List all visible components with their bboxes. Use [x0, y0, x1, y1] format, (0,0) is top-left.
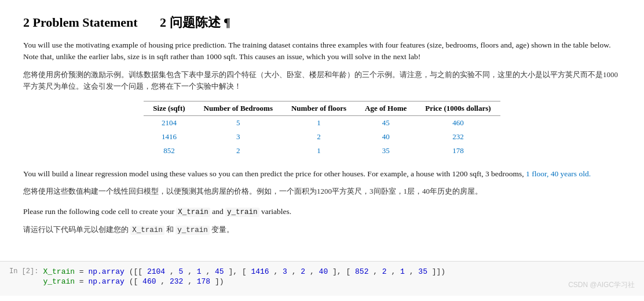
table-cell: 45	[356, 116, 416, 130]
para1-en: You will use the motivating example of h…	[23, 39, 621, 63]
para1-en-text: You will use the motivating example of h…	[23, 41, 611, 61]
x-train-zh-code: X_train	[130, 226, 164, 235]
para1-zh: 您将使用房价预测的激励示例。训练数据集包含下表中显示的四个特征（大小、卧室、楼层…	[23, 69, 621, 93]
table-cell: 852	[144, 144, 194, 159]
table-cell: 460	[416, 116, 500, 130]
para2-zh: 您将使用这些数值构建一个线性回归模型，以便预测其他房屋的价格。例如，一个面积为1…	[23, 186, 621, 198]
section-title-zh: 2 问题陈述 ¶	[160, 15, 230, 30]
table-cell: 40	[356, 130, 416, 144]
table-cell: 2104	[144, 116, 194, 130]
data-table: Size (sqft) Number of Bedrooms Number of…	[144, 101, 500, 159]
code-label: In [2]:	[9, 267, 38, 275]
section-title: 2 Problem Statement 2 问题陈述 ¶	[23, 14, 621, 31]
table-cell: 232	[416, 130, 500, 144]
section-title-en: 2	[23, 15, 30, 30]
code-body-2: y_train = np.array ([ 460 , 232 , 178 ])	[43, 277, 621, 286]
para3-en: Please run the following code cell to cr…	[23, 206, 621, 218]
y-train-zh-code: y_train	[175, 226, 210, 235]
table-cell: 1416	[144, 130, 194, 144]
table-header-row: Size (sqft) Number of Bedrooms Number of…	[144, 101, 500, 116]
col-size: Size (sqft)	[144, 101, 194, 116]
para3-en-text: Please run the following code cell to cr…	[23, 207, 291, 216]
table-cell: 178	[416, 144, 500, 159]
table-cell: 3	[195, 130, 282, 144]
table-cell: 1	[282, 144, 356, 159]
table-cell: 1	[282, 116, 356, 130]
x-train-inline-code: X_train	[176, 208, 210, 217]
table-cell: 5	[195, 116, 282, 130]
y-train-inline-code: y_train	[225, 208, 259, 217]
table-cell: 2	[282, 130, 356, 144]
para2-en-text: You will build a linear regression model…	[23, 169, 591, 178]
table-row: 14163240232	[144, 130, 500, 144]
table-row: 21045145460	[144, 116, 500, 130]
table-row: 8522135178	[144, 144, 500, 159]
col-price: Price (1000s dollars)	[416, 101, 500, 116]
table-cell: 35	[356, 144, 416, 159]
code-section: In [2]: X_train = np.array ([[ 2104 , 5 …	[0, 261, 644, 296]
watermark: CSDN @AIGC学习社	[568, 280, 635, 290]
col-floors: Number of floors	[282, 101, 356, 116]
para3-zh: 请运行以下代码单元以创建您的 X_train 和 y_train 变量。	[23, 224, 621, 236]
code-line-1: In [2]: X_train = np.array ([[ 2104 , 5 …	[9, 267, 621, 276]
col-age: Age of Home	[356, 101, 416, 116]
table-cell: 2	[195, 144, 282, 159]
section-title-label: Problem Statement	[33, 15, 160, 30]
code-line-2: In [2]: y_train = np.array ([ 460 , 232 …	[9, 277, 621, 286]
para2-en: You will build a linear regression model…	[23, 168, 621, 180]
code-body-1: X_train = np.array ([[ 2104 , 5 , 1 , 45…	[43, 267, 621, 276]
main-content: 2 Problem Statement 2 问题陈述 ¶ You will us…	[0, 0, 644, 261]
col-bedrooms: Number of Bedrooms	[195, 101, 282, 116]
